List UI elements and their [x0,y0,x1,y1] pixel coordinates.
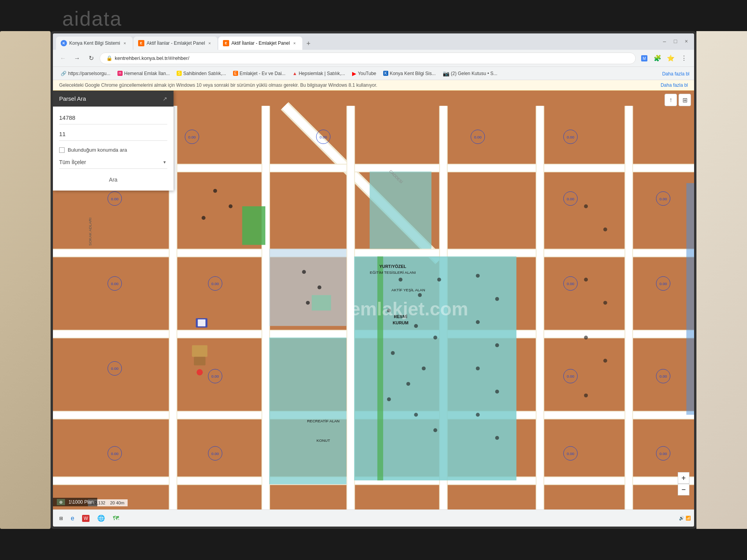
chrome-button[interactable]: 🌐 [94,513,108,523]
svg-rect-32 [377,256,383,480]
reload-button[interactable]: ↻ [86,53,96,64]
bookmark-youtube[interactable]: ▶ YouTube [349,69,379,78]
svg-point-55 [495,343,499,347]
start-button[interactable]: ⊞ [56,514,66,523]
bookmark-parsel[interactable]: 🔗 https://parselsorgu... [58,70,114,77]
svg-text:0.00: 0.00 [659,374,667,378]
back-button[interactable]: ← [58,53,68,64]
taskbar-right: 🔊 📶 [679,516,691,521]
svg-text:0.00: 0.00 [567,282,575,286]
svg-point-45 [433,336,437,340]
ara-search-button[interactable]: Ara [100,173,127,186]
svg-point-43 [387,309,391,313]
close-button[interactable]: × [682,37,691,46]
office-button[interactable]: W [79,513,93,523]
zoom-out-button[interactable]: − [678,484,689,495]
svg-text:SOKAK ADLARI: SOKAK ADLARI [88,218,92,246]
bookmark-hepsiemlak[interactable]: ▲ Hepsiemlak | Satılık,... [289,70,348,77]
bookmark-star-icon[interactable]: ⭐ [665,53,676,64]
minimize-button[interactable]: – [660,37,669,46]
parsel-panel-nav-icon[interactable]: ↗ [163,96,167,102]
svg-point-34 [213,189,217,193]
parsel-field-2[interactable] [59,128,167,141]
svg-text:0.00: 0.00 [474,135,482,139]
address-text: kentrehberi.konya.bel.tr/#/rehber/ [115,55,189,61]
svg-rect-20 [347,106,354,511]
svg-text:RESMİ: RESMİ [394,314,407,319]
map-grid-icon[interactable]: ⊞ [679,94,691,106]
maps-icon: 🗺 [113,515,119,522]
address-input[interactable]: 🔒 kentrehberi.konya.bel.tr/#/rehber/ [100,52,636,64]
svg-point-39 [306,301,310,305]
svg-point-40 [399,278,403,282]
svg-point-35 [229,204,233,208]
tab-1[interactable]: K Konya Kent Bilgi Sistemi × [56,37,133,50]
parsel-select-wrapper: Tüm İlçeler ▾ [59,156,167,169]
svg-text:0.00: 0.00 [111,452,119,456]
parsel-checkbox[interactable] [59,147,65,153]
maps-button[interactable]: 🗺 [110,513,122,523]
parsel-field-1[interactable] [59,111,167,124]
svg-text:0.00: 0.00 [567,197,575,201]
office-icon: W [82,515,89,522]
youtube-icon: ▶ [352,70,356,77]
bookmarks-more-link[interactable]: Daha fazla bl [662,71,689,77]
legend-plan-text: 1\1000 Plan [68,499,93,505]
svg-point-60 [584,204,588,208]
svg-text:M: M [643,56,646,61]
svg-rect-8 [53,250,694,257]
legend-icon: ⊕ [57,499,65,505]
map-nav-icon[interactable]: ↑ [665,94,677,106]
tab-3[interactable]: E Aktif İlanlar - Emlakjet Panel × [218,37,302,50]
tab2-close-button[interactable]: × [207,40,213,46]
svg-text:0.00: 0.00 [567,452,575,456]
svg-text:0.00: 0.00 [567,135,575,139]
zoom-in-button[interactable]: + [678,472,689,484]
bookmark-gmail[interactable]: 📷 (2) Gelen Kutusu • S... [440,69,501,78]
svg-text:0.00: 0.00 [111,282,119,286]
tab1-favicon: K [61,40,67,46]
sahibinden-icon: S [177,71,182,76]
svg-point-57 [495,390,499,394]
menu-icon[interactable]: ⋮ [679,53,689,64]
warning-more-link[interactable]: Daha fazla bl [661,82,688,88]
svg-text:0.00: 0.00 [659,452,667,456]
bookmark-konya-label: Konya Kent Bilgi Sis... [390,71,436,76]
svg-point-52 [476,274,480,278]
tab3-close-button[interactable]: × [291,40,298,46]
new-tab-button[interactable]: + [303,38,314,49]
monitor-bezel: K Konya Kent Bilgi Sistemi × E Aktif İla… [51,31,696,529]
svg-text:0.00: 0.00 [111,197,119,201]
svg-text:0.00: 0.00 [188,135,196,139]
bookmark-sahibinden[interactable]: S Sahibinden Satılık,... [174,70,229,77]
tab-2[interactable]: E Aktif İlanlar - Emlakjet Panel × [133,37,217,50]
svg-point-61 [603,228,607,231]
svg-rect-113 [192,345,207,357]
bookmark-hemenal[interactable]: H Hemenal Emlak İlan... [114,70,173,77]
bookmark-emlakjet[interactable]: E Emlakjet - Ev ve Dai... [230,70,289,77]
svg-rect-18 [262,106,269,511]
svg-point-36 [202,216,205,220]
toolbar-icons: M 🧩 ⭐ ⋮ [639,53,689,64]
parsel-icon: 🔗 [61,71,67,76]
parsel-panel-body: Bulunduğum konumda ara Tüm İlçeler ▾ Ara [53,107,174,191]
parsel-ilce-select[interactable]: Tüm İlçeler [59,156,167,168]
browser-window: K Konya Kent Bilgi Sistemi × E Aktif İla… [53,33,694,527]
svg-point-54 [476,320,480,324]
svg-text:YURT/YÖZEL: YURT/YÖZEL [379,264,406,269]
tab1-close-button[interactable]: × [122,40,128,46]
extensions-icon[interactable]: 🧩 [652,53,663,64]
svg-point-38 [317,285,321,289]
tab3-favicon: E [223,40,229,46]
map-area[interactable]: 0.00 0.00 0.00 0.00 0.00 0.00 0 [53,91,694,527]
ie-button[interactable]: e [68,513,77,523]
svg-text:0.00: 0.00 [111,366,119,371]
map-toolbar-top: ↑ ⊞ [665,94,691,106]
forward-button[interactable]: → [72,53,82,64]
bookmark-konya[interactable]: K Konya Kent Bilgi Sis... [380,70,439,77]
svg-rect-26 [625,106,632,511]
brand-text: aidata [62,7,122,30]
maximize-button[interactable]: □ [671,37,680,46]
profile-icon[interactable]: M [639,53,650,64]
zoom-controls: + − [678,472,689,495]
